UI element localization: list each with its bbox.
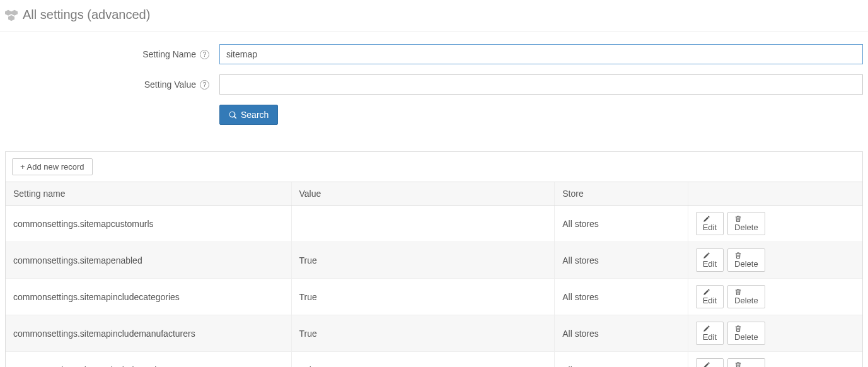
help-icon[interactable]: ?: [200, 80, 209, 90]
delete-button[interactable]: Delete: [727, 322, 765, 345]
setting-name-input[interactable]: [219, 44, 863, 64]
page-title: All settings (advanced): [23, 8, 150, 22]
setting-value-label: Setting Value: [144, 79, 196, 90]
edit-button[interactable]: Edit: [696, 322, 724, 345]
add-record-label: Add new record: [27, 162, 84, 172]
delete-button[interactable]: Delete: [727, 285, 765, 308]
cell-value: True: [291, 279, 555, 315]
cell-store: All stores: [555, 242, 688, 279]
col-header-value[interactable]: Value: [291, 182, 555, 206]
trash-icon: [734, 325, 758, 332]
cell-store: All stores: [555, 352, 688, 368]
pencil-icon: [703, 215, 717, 223]
cell-name: commonsettings.sitemapcustomurls: [6, 206, 291, 242]
pencil-icon: [703, 325, 717, 332]
table-row: commonsettings.sitemapincludeproductsFal…: [6, 352, 862, 368]
cell-value: False: [291, 352, 555, 368]
cell-name: commonsettings.sitemapenabled: [6, 242, 291, 279]
trash-icon: [734, 215, 758, 223]
cell-name: commonsettings.sitemapincludecategories: [6, 279, 291, 315]
page-header: All settings (advanced): [0, 0, 868, 32]
edit-button[interactable]: Edit: [696, 248, 724, 272]
plus-icon: +: [20, 162, 25, 172]
search-button-label: Search: [241, 110, 269, 120]
search-icon: [229, 111, 237, 119]
edit-button[interactable]: Edit: [696, 285, 724, 308]
search-form: Setting Name ? Setting Value ? Search: [0, 32, 868, 141]
help-icon[interactable]: ?: [200, 50, 209, 59]
table-row: commonsettings.sitemapincludecategoriesT…: [6, 279, 862, 315]
table-row: commonsettings.sitemapcustomurlsAll stor…: [6, 206, 862, 242]
trash-icon: [734, 252, 758, 259]
pencil-icon: [703, 361, 717, 367]
cell-name: commonsettings.sitemapincludeproducts: [6, 352, 291, 368]
settings-grid: + Add new record Setting name Value Stor…: [5, 151, 863, 367]
delete-button[interactable]: Delete: [727, 248, 765, 272]
cell-store: All stores: [555, 279, 688, 315]
trash-icon: [734, 361, 758, 367]
table-row: commonsettings.sitemapenabledTrueAll sto…: [6, 242, 862, 279]
col-header-name[interactable]: Setting name: [6, 182, 291, 206]
col-header-store[interactable]: Store: [555, 182, 688, 206]
cell-store: All stores: [555, 206, 688, 242]
cell-store: All stores: [555, 315, 688, 352]
setting-value-input[interactable]: [219, 74, 863, 95]
pencil-icon: [703, 252, 717, 259]
pencil-icon: [703, 288, 717, 296]
cell-name: commonsettings.sitemapincludemanufacture…: [6, 315, 291, 352]
add-record-button[interactable]: + Add new record: [12, 158, 93, 175]
delete-button[interactable]: Delete: [727, 358, 765, 367]
delete-button[interactable]: Delete: [727, 212, 765, 235]
cubes-icon: [5, 9, 18, 21]
cell-value: [291, 206, 555, 242]
trash-icon: [734, 288, 758, 296]
cell-value: True: [291, 315, 555, 352]
setting-name-label: Setting Name: [142, 49, 196, 59]
search-button[interactable]: Search: [219, 105, 278, 125]
cell-value: True: [291, 242, 555, 279]
table-row: commonsettings.sitemapincludemanufacture…: [6, 315, 862, 352]
edit-button[interactable]: Edit: [696, 212, 724, 235]
edit-button[interactable]: Edit: [696, 358, 724, 367]
col-header-actions: [688, 182, 862, 206]
